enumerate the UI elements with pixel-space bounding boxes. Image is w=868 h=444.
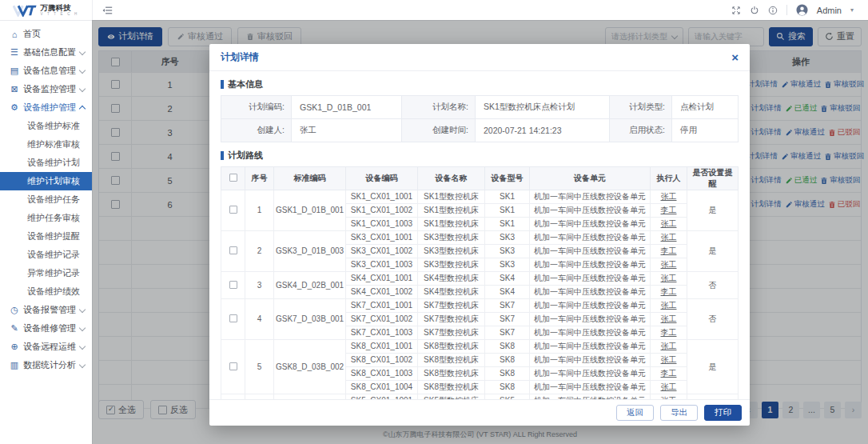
executor-link[interactable]: 张工 <box>661 192 677 201</box>
device-name: SK7型数控机床 <box>418 326 485 340</box>
sidebar-item-device-repair[interactable]: ✎设备维修管理 <box>0 319 92 338</box>
route-column-header: 执行人 <box>651 167 687 190</box>
route-seq: 3 <box>245 272 274 299</box>
sidebar-subitem-6[interactable]: 设备维护提醒 <box>0 227 92 246</box>
executor-link[interactable]: 李工 <box>661 287 677 296</box>
standard-code: GSK8_D_03B_002 <box>274 340 346 394</box>
sidebar-subitem-5[interactable]: 维护任务审核 <box>0 209 92 227</box>
info-label: 计划类型: <box>610 96 672 119</box>
export-button[interactable]: 导出 <box>660 405 698 421</box>
device-model: SK7 <box>485 299 530 313</box>
standard-code: GSK4_D_02B_001 <box>274 272 346 299</box>
route-seq: 2 <box>245 231 274 272</box>
divider <box>786 5 787 15</box>
chevron-down-icon <box>79 48 86 54</box>
device-name: SK3型数控机床 <box>418 245 485 258</box>
home-icon: ⌂ <box>9 30 20 39</box>
executor-link[interactable]: 张工 <box>661 219 677 228</box>
info-value: GSK1_D_01B_001 <box>292 96 402 119</box>
reminder-flag: 否 <box>687 299 739 340</box>
device-unit: 机加一车间中压线数控设备单元 <box>530 272 651 286</box>
device-unit: 机加一车间中压线数控设备单元 <box>530 258 651 272</box>
sidebar-subitem-3[interactable]: 维护计划审核 <box>0 172 92 190</box>
executor-link[interactable]: 张工 <box>661 233 677 242</box>
device-unit: 机加一车间中压线数控设备单元 <box>530 299 651 313</box>
route-row-checkbox[interactable] <box>229 246 237 254</box>
sidebar-subitem-7[interactable]: 设备维护记录 <box>0 246 92 264</box>
close-icon[interactable]: × <box>731 51 739 63</box>
device-code: SK1_CX01_1001 <box>346 190 418 204</box>
sidebar-subitem-0[interactable]: 设备维护标准 <box>0 117 92 135</box>
executor-link[interactable]: 张工 <box>661 314 677 323</box>
username[interactable]: Admin <box>817 6 842 15</box>
power-icon[interactable] <box>750 6 759 15</box>
topbar: 万腾科技 V T T E C H Admin ▾ <box>0 0 868 21</box>
back-button[interactable]: 返回 <box>616 405 654 421</box>
app-root: 万腾科技 V T T E C H Admin ▾ ⌂首页☰基础信息配置▤ <box>0 0 868 444</box>
fullscreen-icon[interactable] <box>731 6 741 15</box>
device-unit: 机加一车间中压线数控设备单元 <box>530 313 651 326</box>
modal-header: 计划详情 × <box>209 44 750 71</box>
section-marker <box>221 80 224 89</box>
executor-link[interactable]: 张工 <box>661 301 677 310</box>
monitor-icon: ⊠ <box>9 84 20 94</box>
standard-code: GSK1_D_01B_001 <box>274 190 346 231</box>
device-code: SK1_CX01_1002 <box>346 204 418 218</box>
sidebar-collapse-icon[interactable] <box>102 6 113 15</box>
info-value: 2020-07-21 14:21:23 <box>476 119 610 142</box>
device-code: SK8_CX01_1004 <box>346 381 418 394</box>
executor-link[interactable]: 张工 <box>661 342 677 350</box>
sidebar-subitem-8[interactable]: 异常维护记录 <box>0 264 92 282</box>
info-icon[interactable] <box>768 6 778 15</box>
device-code: SK7_CX01_1001 <box>346 299 418 313</box>
device-model: SK7 <box>485 326 530 340</box>
sidebar-subitem-4[interactable]: 设备维护任务 <box>0 190 92 209</box>
sidebar-item-device-maintenance[interactable]: ⚙设备维护管理 <box>0 98 92 117</box>
executor-link[interactable]: 李工 <box>661 206 677 214</box>
route-row-checkbox[interactable] <box>229 206 237 214</box>
route-row-checkbox[interactable] <box>229 314 237 322</box>
sidebar-item-device-monitor[interactable]: ⊠设备监控管理 <box>0 80 92 98</box>
device-model: SK3 <box>485 258 530 272</box>
info-value: 点检计划 <box>672 96 739 119</box>
route-header-row: 序号标准编码设备编码设备名称设备型号设备单元执行人是否设置提醒 <box>221 167 739 190</box>
standard-code: GSK7_D_03B_001 <box>274 299 346 340</box>
sidebar-item-data-stats[interactable]: ▥数据统计分析 <box>0 356 92 374</box>
brand-logo[interactable]: 万腾科技 V T T E C H <box>0 0 93 20</box>
executor-link[interactable]: 张工 <box>661 355 677 364</box>
modal-footer: 返回 导出 打印 <box>209 399 750 426</box>
info-label: 启用状态: <box>610 119 672 142</box>
executor-link[interactable]: 张工 <box>661 260 677 269</box>
route-column-header: 设备单元 <box>530 167 651 190</box>
reminder-flag: 是 <box>687 340 739 394</box>
executor-link[interactable]: 张工 <box>661 274 677 282</box>
route-row-checkbox[interactable] <box>229 281 237 289</box>
route-column-header: 序号 <box>245 167 274 190</box>
device-code: SK7_CX01_1002 <box>346 313 418 326</box>
sidebar-subitem-2[interactable]: 设备维护计划 <box>0 154 92 172</box>
sidebar-item-device-info[interactable]: ▤设备信息管理 <box>0 62 92 80</box>
sidebar-item-device-alarm[interactable]: ◷设备报警管理 <box>0 301 92 319</box>
executor-link[interactable]: 李工 <box>661 328 677 337</box>
reminder-flag: 是 <box>687 190 739 231</box>
sidebar-subitem-9[interactable]: 设备维护绩效 <box>0 282 92 301</box>
route-row: 5GSK8_D_03B_002SK8_CX01_1001SK8型数控机床SK8机… <box>221 340 739 354</box>
device-unit: 机加一车间中压线数控设备单元 <box>530 231 651 245</box>
sidebar-item-label: 首页 <box>23 28 41 40</box>
executor-link[interactable]: 张工 <box>661 382 677 391</box>
maintain-icon: ⚙ <box>9 102 20 113</box>
sidebar-item-basic-info-config[interactable]: ☰基础信息配置 <box>0 43 92 62</box>
plan-detail-modal: 计划详情 × 基本信息 计划编码:GSK1_D_01B_001计划名称:SK1型… <box>209 44 750 426</box>
executor-link[interactable]: 李工 <box>661 369 677 378</box>
device-model: SK7 <box>485 313 530 326</box>
sidebar-subitem-1[interactable]: 维护标准审核 <box>0 135 92 154</box>
print-button[interactable]: 打印 <box>704 405 742 421</box>
device-model: SK3 <box>485 245 530 258</box>
device-name: SK3型数控机床 <box>418 258 485 272</box>
sidebar-item-device-remote[interactable]: ⊕设备远程运维 <box>0 338 92 356</box>
sidebar-item-home[interactable]: ⌂首页 <box>0 25 92 43</box>
route-select-all-checkbox[interactable] <box>229 174 237 182</box>
basic-info-grid: 计划编码:GSK1_D_01B_001计划名称:SK1型数控机床点检计划计划类型… <box>221 95 739 142</box>
route-row-checkbox[interactable] <box>229 362 237 370</box>
executor-link[interactable]: 李工 <box>661 246 677 255</box>
